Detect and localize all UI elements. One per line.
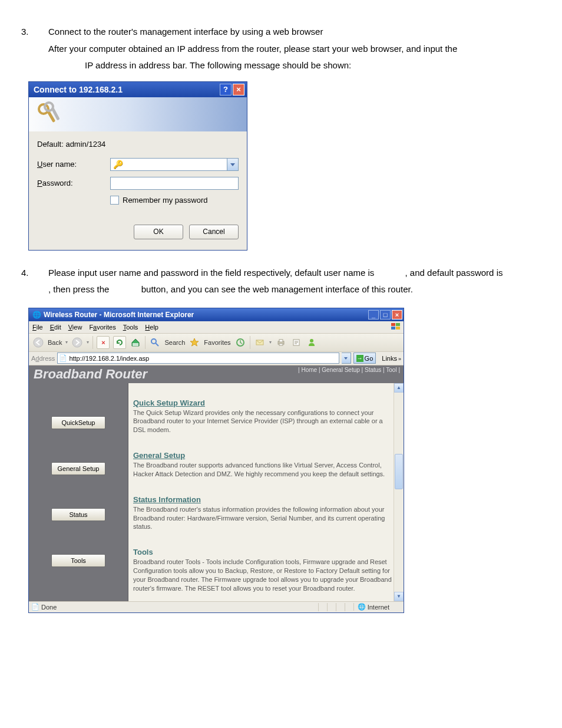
status-desc: The Broadband router's status informatio… xyxy=(133,505,394,532)
tools-heading[interactable]: Tools xyxy=(133,548,394,556)
menu-help[interactable]: Help xyxy=(145,324,158,331)
sidebar-quicksetup-button[interactable]: QuickSetup xyxy=(51,416,105,429)
maximize-button[interactable]: □ xyxy=(380,310,391,319)
section-quick: Quick Setup Wizard The Quick Setup Wizar… xyxy=(133,398,394,435)
router-body: QuickSetup General Setup Status Tools Qu… xyxy=(29,383,404,601)
default-credentials-label: Default: admin/1234 xyxy=(37,140,239,149)
windows-flag-icon xyxy=(391,322,401,331)
back-button[interactable] xyxy=(32,337,44,348)
minimize-button[interactable]: _ xyxy=(368,310,379,319)
favorites-label: Favorites xyxy=(204,339,230,346)
ie-titlebar: 🌐 Wireless Router - Microsoft Internet E… xyxy=(29,308,404,321)
section-general: General Setup The Broadband router suppo… xyxy=(133,451,394,479)
cancel-button[interactable]: Cancel xyxy=(189,225,239,239)
menu-file[interactable]: File xyxy=(32,324,43,331)
back-label: Back xyxy=(48,339,62,346)
svg-rect-17 xyxy=(279,344,283,345)
scroll-down-button[interactable]: ▼ xyxy=(394,592,404,601)
general-desc: The Broadband router supports advanced f… xyxy=(133,461,394,479)
address-label: Address xyxy=(31,355,55,362)
ie-window: 🌐 Wireless Router - Microsoft Internet E… xyxy=(28,308,404,613)
step-3-text: Connect to the router's management inter… xyxy=(48,24,541,74)
router-header: Broadband Router | Home | General Setup … xyxy=(29,365,404,383)
scroll-up-button[interactable]: ▲ xyxy=(394,383,404,393)
menu-view[interactable]: View xyxy=(68,324,82,331)
svg-point-9 xyxy=(72,338,82,347)
tools-desc: Broadband router Tools - Tools include C… xyxy=(133,558,394,592)
step-3-number: 3. xyxy=(21,24,48,74)
ie-address-bar: Address 📄 http://192.168.2.1/index.asp →… xyxy=(29,352,404,365)
print-button[interactable] xyxy=(275,337,287,348)
refresh-button[interactable] xyxy=(113,336,126,349)
step-3-line3: IP address in address bar. The following… xyxy=(48,57,541,74)
svg-point-8 xyxy=(34,338,43,347)
sidebar-status-button[interactable]: Status xyxy=(51,508,105,521)
quick-desc: The Quick Setup Wizard provides only the… xyxy=(133,409,394,435)
svg-line-12 xyxy=(156,343,158,346)
router-nav[interactable]: | Home | General Setup | Status | Tool | xyxy=(298,367,400,373)
step-4-number: 4. xyxy=(21,265,48,298)
favorites-button[interactable] xyxy=(189,337,200,348)
step-3-line2: After your computer obtained an IP addre… xyxy=(48,41,541,58)
internet-icon: 🌐 xyxy=(358,603,366,611)
svg-rect-10 xyxy=(133,343,138,346)
remember-label: Remember my password xyxy=(123,196,208,205)
username-input[interactable]: 🔑 xyxy=(110,158,239,171)
general-heading[interactable]: General Setup xyxy=(133,451,394,460)
ie-status-bar: 📄 Done 🌐 Internet xyxy=(29,601,404,612)
sidebar-tools-button[interactable]: Tools xyxy=(51,554,105,567)
quick-heading[interactable]: Quick Setup Wizard xyxy=(133,398,394,407)
address-url: http://192.168.2.1/index.asp xyxy=(69,355,149,362)
remember-password-checkbox[interactable]: Remember my password xyxy=(110,196,239,205)
key-icon: 🔑 xyxy=(113,160,123,169)
password-label: Password: xyxy=(37,179,110,187)
links-button[interactable]: Links» xyxy=(382,355,401,362)
scrollbar[interactable]: ▲ ▼ xyxy=(394,383,404,601)
address-input[interactable]: 📄 http://192.168.2.1/index.asp xyxy=(57,353,339,364)
go-button[interactable]: →Go xyxy=(353,353,376,364)
ie-toolbar: Back ▾ ▾ × Search Favorites ▾ xyxy=(29,334,404,352)
scroll-thumb[interactable] xyxy=(395,454,403,489)
page-icon: 📄 xyxy=(59,354,67,362)
help-button[interactable]: ? xyxy=(220,84,232,95)
close-button[interactable]: × xyxy=(233,84,244,95)
search-label: Search xyxy=(164,339,185,346)
checkbox-icon xyxy=(110,196,119,205)
svg-rect-4 xyxy=(391,323,395,326)
ie-close-button[interactable]: × xyxy=(392,310,402,319)
svg-rect-5 xyxy=(396,323,400,326)
ie-title-text: Wireless Router - Microsoft Internet Exp… xyxy=(44,311,194,319)
router-title: Broadband Router xyxy=(34,367,147,382)
ie-menubar: File Edit View Favorites Tools Help xyxy=(29,321,404,334)
status-done: Done xyxy=(41,604,57,611)
home-button[interactable] xyxy=(130,337,141,348)
forward-button[interactable] xyxy=(71,337,83,348)
section-tools: Tools Broadband router Tools - Tools inc… xyxy=(133,548,394,592)
search-button[interactable] xyxy=(149,337,161,348)
menu-tools[interactable]: Tools xyxy=(123,324,138,331)
step-3-line1: Connect to the router's management inter… xyxy=(48,24,541,41)
menu-favorites[interactable]: Favorites xyxy=(89,324,115,331)
username-label: User name: xyxy=(37,160,110,169)
ok-button[interactable]: OK xyxy=(134,225,183,239)
auth-title: Connect to 192.168.2.1 xyxy=(34,85,123,94)
router-main: Quick Setup Wizard The Quick Setup Wizar… xyxy=(128,383,404,601)
ie-logo-icon: 🌐 xyxy=(32,311,41,319)
mail-button[interactable] xyxy=(254,337,266,348)
svg-point-22 xyxy=(310,339,313,342)
status-zone: 🌐 Internet xyxy=(353,603,401,611)
svg-point-11 xyxy=(151,339,156,344)
menu-edit[interactable]: Edit xyxy=(50,324,61,331)
edit-button[interactable] xyxy=(290,337,302,348)
address-dropdown[interactable] xyxy=(342,353,351,364)
auth-banner xyxy=(29,97,247,131)
stop-button[interactable]: × xyxy=(97,336,110,349)
messenger-button[interactable] xyxy=(306,337,318,348)
password-input[interactable] xyxy=(110,177,239,190)
sidebar-general-button[interactable]: General Setup xyxy=(51,462,105,475)
history-button[interactable] xyxy=(234,337,246,348)
done-icon: 📄 xyxy=(31,603,39,611)
router-sidebar: QuickSetup General Setup Status Tools xyxy=(29,383,128,601)
section-status: Status Information The Broadband router'… xyxy=(133,495,394,532)
status-heading[interactable]: Status Information xyxy=(133,495,394,504)
